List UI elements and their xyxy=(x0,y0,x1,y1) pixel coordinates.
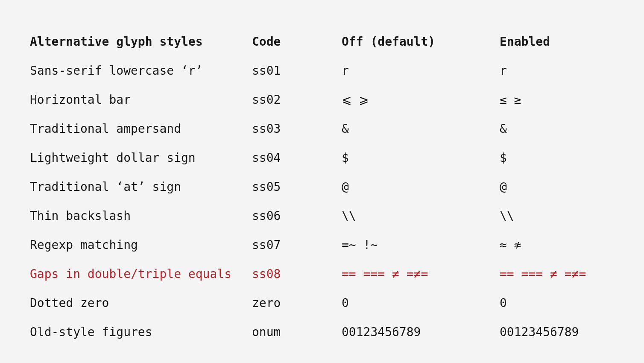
cell-off-text: 0 xyxy=(342,297,349,309)
cell-name-text: Dotted zero xyxy=(30,297,109,309)
cell-name: Lightweight dollar sign xyxy=(30,143,252,173)
cell-on: 00123456789 xyxy=(500,318,614,347)
cell-code: ss05 xyxy=(252,173,342,202)
cell-off: @ xyxy=(342,173,500,202)
header-on: Enabled xyxy=(500,27,614,56)
cell-off-text: @ xyxy=(342,181,349,193)
cell-off-text: \\ xyxy=(342,210,356,222)
cell-off: 00123456789 xyxy=(342,318,500,347)
cell-code-text: ss04 xyxy=(252,152,281,164)
cell-code: ss04 xyxy=(252,143,342,173)
cell-code: zero xyxy=(252,289,342,318)
cell-off: r xyxy=(342,56,500,85)
cell-on: @ xyxy=(500,173,614,202)
cell-off-text: $ xyxy=(342,152,349,164)
cell-on: == === ≠ =≠= xyxy=(500,260,614,289)
cell-on: $ xyxy=(500,143,614,173)
cell-name: Traditional ‘at’ sign xyxy=(30,173,252,202)
cell-code-text: ss05 xyxy=(252,181,281,193)
cell-on: ≈ ≉ xyxy=(500,231,614,260)
header-name: Alternative glyph styles xyxy=(30,27,252,56)
cell-name: Gaps in double/triple equals xyxy=(30,260,252,289)
cell-name: Old-style figures xyxy=(30,318,252,347)
cell-name: Regexp matching xyxy=(30,231,252,260)
cell-off: $ xyxy=(342,143,500,173)
cell-code: ss01 xyxy=(252,56,342,85)
cell-off-text: 00123456789 xyxy=(342,326,421,338)
cell-off-text: ⩽ ⩾ xyxy=(342,94,369,106)
cell-name: Dotted zero xyxy=(30,289,252,318)
cell-name-text: Old-style figures xyxy=(30,326,152,338)
cell-off: == === ≠ =≠= xyxy=(342,260,500,289)
cell-off-text: =~ !~ xyxy=(342,239,378,251)
cell-on-text: $ xyxy=(500,152,507,164)
cell-on-text: @ xyxy=(500,181,507,193)
cell-code-text: ss01 xyxy=(252,65,281,77)
cell-on: r xyxy=(500,56,614,85)
table-row: Horizontal barss02⩽ ⩾≤ ≥ xyxy=(30,85,614,114)
cell-code-text: zero xyxy=(252,297,281,309)
cell-name-text: Thin backslash xyxy=(30,210,131,222)
cell-off: =~ !~ xyxy=(342,231,500,260)
cell-name: Horizontal bar xyxy=(30,85,252,114)
cell-code-text: ss03 xyxy=(252,123,281,135)
cell-code: ss06 xyxy=(252,202,342,231)
cell-code-text: onum xyxy=(252,326,281,338)
table-row: Sans-serif lowercase ‘r’ss01rr xyxy=(30,56,614,85)
cell-name: Sans-serif lowercase ‘r’ xyxy=(30,56,252,85)
cell-on: \\ xyxy=(500,202,614,231)
cell-on: 0 xyxy=(500,289,614,318)
cell-on-text: r xyxy=(500,65,507,77)
cell-code: ss08 xyxy=(252,260,342,289)
cell-off: \\ xyxy=(342,202,500,231)
cell-on-text: & xyxy=(500,123,507,135)
cell-name-text: Regexp matching xyxy=(30,239,138,251)
cell-on-text: == === ≠ =≠= xyxy=(500,268,586,280)
table-row: Thin backslashss06\\\\ xyxy=(30,202,614,231)
header-row: Alternative glyph styles Code Off (defau… xyxy=(30,27,614,56)
cell-name: Traditional ampersand xyxy=(30,114,252,143)
cell-name-text: Sans-serif lowercase ‘r’ xyxy=(30,65,203,77)
cell-code-text: ss06 xyxy=(252,210,281,222)
cell-code-text: ss08 xyxy=(252,268,281,280)
cell-code: ss03 xyxy=(252,114,342,143)
table-row: Lightweight dollar signss04$$ xyxy=(30,143,614,173)
header-off: Off (default) xyxy=(342,27,500,56)
cell-on-text: 0 xyxy=(500,297,507,309)
cell-code: ss07 xyxy=(252,231,342,260)
header-code: Code xyxy=(252,27,342,56)
cell-off-text: & xyxy=(342,123,349,135)
cell-name-text: Traditional ‘at’ sign xyxy=(30,181,181,193)
cell-name-text: Lightweight dollar sign xyxy=(30,152,196,164)
cell-off: ⩽ ⩾ xyxy=(342,85,500,114)
cell-off-text: r xyxy=(342,65,349,77)
cell-name-text: Traditional ampersand xyxy=(30,123,181,135)
cell-off: & xyxy=(342,114,500,143)
cell-name-text: Horizontal bar xyxy=(30,94,131,106)
table-row: Traditional ampersandss03&& xyxy=(30,114,614,143)
cell-name: Thin backslash xyxy=(30,202,252,231)
table-row: Traditional ‘at’ signss05@@ xyxy=(30,173,614,202)
cell-on: & xyxy=(500,114,614,143)
cell-name-text: Gaps in double/triple equals xyxy=(30,268,231,280)
cell-on-text: ≈ ≉ xyxy=(500,239,521,251)
cell-on: ≤ ≥ xyxy=(500,85,614,114)
glyph-styles-table-wrapper: Alternative glyph styles Code Off (defau… xyxy=(0,0,644,347)
cell-code-text: ss07 xyxy=(252,239,281,251)
cell-on-text: ≤ ≥ xyxy=(500,94,521,106)
cell-code: ss02 xyxy=(252,85,342,114)
cell-off: 0 xyxy=(342,289,500,318)
table-row: Gaps in double/triple equalsss08== === ≠… xyxy=(30,260,614,289)
table-row: Old-style figuresonum0012345678900123456… xyxy=(30,318,614,347)
cell-on-text: 00123456789 xyxy=(500,326,579,338)
table-row: Dotted zerozero00 xyxy=(30,289,614,318)
cell-on-text: \\ xyxy=(500,210,514,222)
cell-code-text: ss02 xyxy=(252,94,281,106)
cell-off-text: == === ≠ =≠= xyxy=(342,268,428,280)
glyph-styles-table: Alternative glyph styles Code Off (defau… xyxy=(30,27,614,347)
table-row: Regexp matchingss07=~ !~≈ ≉ xyxy=(30,231,614,260)
cell-code: onum xyxy=(252,318,342,347)
